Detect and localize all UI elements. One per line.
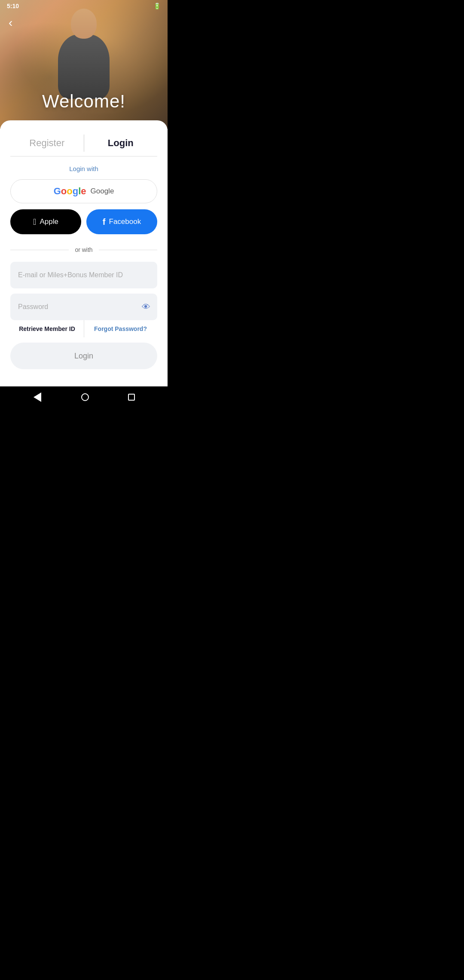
- tab-register[interactable]: Register: [10, 133, 84, 153]
- facebook-button-text: Facebook: [109, 217, 141, 226]
- apple-button-text: Apple: [40, 217, 58, 226]
- tab-underline: [10, 156, 157, 157]
- hero-title: Welcome!: [0, 91, 168, 112]
- or-line-left: [10, 250, 69, 250]
- hero-section: ‹ Welcome!: [0, 0, 168, 129]
- email-input[interactable]: [10, 262, 157, 288]
- recent-nav-icon[interactable]: [128, 394, 135, 401]
- or-with-text: or with: [75, 246, 92, 253]
- show-password-icon[interactable]: 👁: [142, 302, 150, 312]
- forgot-password-link[interactable]: Forgot Password?: [84, 325, 157, 332]
- social-row:  Apple f Facebook: [10, 209, 157, 234]
- back-arrow-icon: ‹: [9, 16, 12, 29]
- apple-icon: : [33, 217, 36, 227]
- password-input[interactable]: [10, 294, 157, 320]
- back-button[interactable]: ‹: [7, 15, 14, 31]
- login-with-label: Login with: [10, 165, 157, 172]
- links-divider: [84, 320, 84, 337]
- tab-switcher: Register Login: [10, 133, 157, 153]
- status-bar: 5:10 🔋: [0, 0, 168, 12]
- person-body: [58, 34, 110, 99]
- login-button[interactable]: Login: [10, 343, 157, 369]
- facebook-icon: f: [103, 217, 106, 227]
- battery-icon: 🔋: [153, 3, 161, 9]
- tab-login[interactable]: Login: [84, 133, 158, 153]
- retrieve-member-id-link[interactable]: Retrieve Member ID: [10, 325, 84, 332]
- google-login-button[interactable]: Google Google: [10, 179, 157, 203]
- google-logo-icon: Google: [54, 186, 86, 197]
- or-with-divider: or with: [10, 246, 157, 253]
- bottom-nav-bar: [0, 386, 168, 408]
- or-line-right: [99, 250, 157, 250]
- google-button-text: Google: [91, 187, 114, 196]
- person-head: [71, 9, 97, 39]
- apple-login-button[interactable]:  Apple: [10, 209, 81, 234]
- back-nav-icon[interactable]: [34, 392, 41, 402]
- links-row: Retrieve Member ID Forgot Password?: [10, 325, 157, 332]
- password-container: 👁: [10, 294, 157, 320]
- hero-person-illustration: [58, 9, 110, 99]
- status-time: 5:10: [7, 3, 19, 9]
- home-nav-icon[interactable]: [81, 393, 89, 401]
- facebook-login-button[interactable]: f Facebook: [86, 209, 157, 234]
- content-card: Register Login Login with Google Google …: [0, 120, 168, 386]
